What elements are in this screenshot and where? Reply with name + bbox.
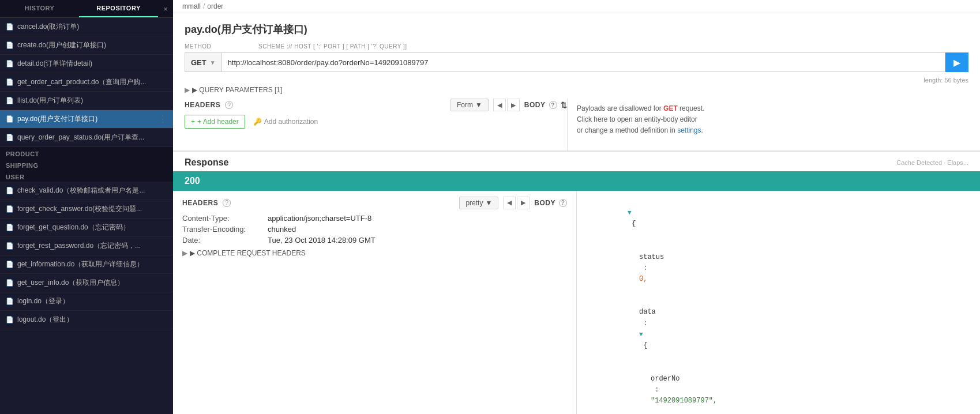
- sidebar: HISTORY REPOSITORY × 📄 cancel.do(取消订单) 📄…: [0, 0, 173, 414]
- form-label: Form: [457, 101, 473, 109]
- headers-header-row: HEADERS ? Form ▼ ◀ ▶ BODY ? ⇅: [185, 99, 567, 111]
- sidebar-item-forget-get[interactable]: 📄 forget_get_question.do（忘记密码）: [0, 219, 173, 237]
- sidebar-item-label: create.do(用户创建订单接口): [17, 40, 167, 50]
- nav-arrows: ◀ ▶: [493, 99, 520, 111]
- add-auth-label: Add authorization: [264, 118, 318, 126]
- file-icon: 📄: [6, 134, 14, 141]
- sidebar-item-label: forget_rest_password.do（忘记密码，...: [17, 241, 167, 251]
- send-icon: ▶: [953, 57, 960, 68]
- file-icon: 📄: [6, 115, 14, 123]
- sidebar-list: 📄 cancel.do(取消订单) 📄 create.do(用户创建订单接口) …: [0, 18, 173, 414]
- file-icon: 📄: [6, 316, 14, 323]
- resp-body-help-icon[interactable]: ?: [559, 199, 567, 207]
- sidebar-item-detail[interactable]: 📄 detail.do(订单详情detail): [0, 55, 173, 73]
- sidebar-item-label: cancel.do(取消订单): [17, 22, 167, 32]
- file-icon: 📄: [6, 187, 14, 194]
- payloads-note-3[interactable]: Click here to open an entity-body editor: [577, 115, 697, 123]
- pretty-chevron-icon: ▼: [485, 199, 492, 207]
- sidebar-item-label: query_order_pay_status.do(用户订单查...: [17, 133, 167, 142]
- form-chevron-icon: ▼: [475, 101, 482, 109]
- sidebar-item-label: logout.do（登出）: [17, 315, 167, 325]
- sidebar-group-shipping: shipping: [0, 159, 173, 170]
- sidebar-tabs: HISTORY REPOSITORY ×: [0, 0, 173, 18]
- file-icon: 📄: [6, 261, 14, 268]
- resp-nav-next-icon[interactable]: ▶: [517, 197, 530, 209]
- sidebar-item-query-order[interactable]: 📄 query_order_pay_status.do(用户订单查...: [0, 129, 173, 147]
- file-icon: 📄: [6, 97, 14, 104]
- url-input[interactable]: [221, 52, 945, 72]
- json-data-open-brace: {: [639, 341, 647, 349]
- sidebar-item-label: get_information.do（获取用户详细信息）: [17, 259, 167, 269]
- sidebar-item-check-valid[interactable]: 📄 check_valid.do（校验邮箱或者用户名是...: [0, 182, 173, 200]
- status-code: 200: [185, 176, 200, 186]
- resp-headers-label: HEADERS: [182, 199, 218, 207]
- body-label: BODY ? ⇅: [524, 101, 567, 110]
- method-select[interactable]: GET ▼: [185, 52, 221, 72]
- tab-history[interactable]: HISTORY: [0, 0, 79, 17]
- sidebar-item-label: pay.do(用户支付订单接口): [17, 114, 158, 124]
- payloads-note-2: request.: [678, 104, 705, 112]
- pretty-button[interactable]: pretty ▼: [459, 197, 498, 209]
- body-note: Payloads are disallowed for GET request.…: [577, 103, 959, 137]
- sidebar-close-icon[interactable]: ×: [158, 0, 173, 17]
- settings-link[interactable]: settings: [677, 126, 701, 134]
- complete-headers-toggle[interactable]: ▶ ▶ COMPLETE REQUEST HEADERS: [182, 249, 567, 257]
- main-panel: mmall / order pay.do(用户支付订单接口) METHOD SC…: [173, 0, 980, 414]
- sidebar-group-user: user: [0, 170, 173, 182]
- resp-nav-arrows: ◀ ▶: [503, 197, 530, 209]
- resp-nav-prev-icon[interactable]: ◀: [503, 197, 516, 209]
- sidebar-item-login[interactable]: 📄 login.do（登录）: [0, 292, 173, 311]
- header-row-transfer: Transfer-Encoding: chunked: [182, 225, 567, 234]
- key-icon: 🔑: [253, 118, 262, 126]
- query-params-toggle[interactable]: ▶ ▶ QUERY PARAMETERS [1]: [185, 86, 968, 94]
- sidebar-item-llist[interactable]: 📄 llist.do(用户订单列表): [0, 92, 173, 110]
- sidebar-item-forget-check[interactable]: 📄 forget_check_answer.do(校验提交问题...: [0, 200, 173, 219]
- send-button[interactable]: ▶: [945, 52, 968, 72]
- method-url-row: GET ▼ ▶: [185, 52, 968, 72]
- json-data-key: data: [639, 308, 656, 316]
- tab-repository[interactable]: REPOSITORY: [79, 0, 158, 17]
- headers-help-icon[interactable]: ?: [225, 101, 233, 109]
- header-row-content-type: Content-Type: application/json;charset=U…: [182, 214, 567, 223]
- json-toggle-icon[interactable]: ▼: [628, 209, 632, 216]
- breadcrumb-order: order: [207, 2, 223, 10]
- add-header-label: + Add header: [197, 118, 239, 126]
- pretty-label: pretty: [465, 199, 483, 207]
- sidebar-group-product: product: [0, 147, 173, 159]
- sidebar-item-get-information[interactable]: 📄 get_information.do（获取用户详细信息）: [0, 255, 173, 274]
- sidebar-item-label: llist.do(用户订单列表): [17, 96, 167, 106]
- json-data-toggle-icon[interactable]: ▼: [639, 331, 643, 338]
- sidebar-item-create[interactable]: 📄 create.do(用户创建订单接口): [0, 36, 173, 55]
- sidebar-item-pay[interactable]: 📄 pay.do(用户支付订单接口) ⋮: [0, 110, 173, 129]
- body-help-icon[interactable]: ?: [549, 101, 557, 109]
- sidebar-item-cancel[interactable]: 📄 cancel.do(取消订单): [0, 18, 173, 36]
- item-menu-dots[interactable]: ⋮: [158, 115, 167, 124]
- sidebar-item-get-user-info[interactable]: 📄 get_user_info.do（获取用户信息）: [0, 274, 173, 292]
- method-value: GET: [191, 58, 206, 67]
- response-headers-table: Content-Type: application/json;charset=U…: [182, 214, 567, 244]
- form-button[interactable]: Form ▼: [450, 99, 489, 111]
- resp-headers-help-icon[interactable]: ?: [223, 199, 231, 207]
- add-header-button[interactable]: + + Add header: [185, 115, 245, 129]
- json-colon-3: :: [651, 386, 663, 394]
- sidebar-item-get-order-cart[interactable]: 📄 get_order_cart_product.do（查询用户购...: [0, 73, 173, 92]
- add-authorization-button[interactable]: 🔑 Add authorization: [247, 115, 324, 128]
- breadcrumb-separator: /: [203, 2, 205, 10]
- json-status-key: status: [639, 253, 664, 261]
- add-header-plus-icon: +: [191, 118, 195, 126]
- sidebar-item-label: check_valid.do（校验邮箱或者用户名是...: [17, 186, 167, 195]
- breadcrumb-mmall[interactable]: mmall: [182, 2, 201, 10]
- sidebar-item-forget-rest[interactable]: 📄 forget_rest_password.do（忘记密码，...: [0, 237, 173, 255]
- query-params-label: ▶ QUERY PARAMETERS [1]: [192, 86, 282, 94]
- method-chevron-icon: ▼: [210, 59, 216, 66]
- nav-next-icon[interactable]: ▶: [507, 99, 520, 111]
- file-icon: 📄: [6, 42, 14, 49]
- header-val: application/json;charset=UTF-8: [268, 214, 371, 223]
- json-orderNo-key: orderNo: [651, 375, 679, 383]
- header-key: Content-Type:: [182, 214, 263, 223]
- header-key: Date:: [182, 236, 263, 244]
- json-orderNo-line: orderNo : "1492091089797",: [586, 362, 971, 414]
- sidebar-item-logout[interactable]: 📄 logout.do（登出）: [0, 311, 173, 329]
- nav-prev-icon[interactable]: ◀: [493, 99, 506, 111]
- json-data-line: data : ▼ {: [586, 296, 971, 362]
